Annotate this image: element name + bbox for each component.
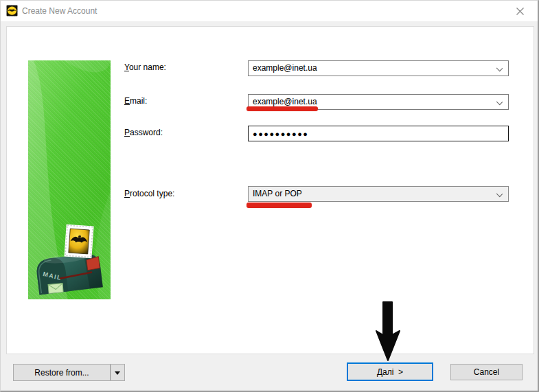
protocol-type-value: IMAP or POP (253, 189, 302, 198)
password-input[interactable]: ●●●●●●●●●● (248, 126, 509, 141)
your-name-combobox[interactable]: example@inet.ua (248, 60, 509, 76)
chevron-down-icon[interactable] (496, 99, 503, 105)
protocol-red-underline-annotation (246, 203, 312, 208)
mailbox-envelope (48, 284, 63, 294)
close-icon (516, 8, 524, 15)
window-title: Create New Account (22, 1, 97, 21)
restore-from-dropdown[interactable] (110, 365, 124, 380)
mailbox-body-group: MAIL (35, 251, 103, 295)
stamp-group (64, 224, 93, 259)
restore-from-label: Restore from... (14, 368, 110, 378)
protocol-type-dropdown[interactable]: IMAP or POP (248, 186, 509, 202)
thebat-app-icon (6, 5, 18, 16)
email-red-underline-annotation (246, 106, 318, 111)
mailbox-illustration: MAIL (28, 217, 111, 299)
chevron-down-icon[interactable] (496, 191, 503, 197)
cancel-button[interactable]: Cancel (450, 364, 523, 380)
close-button[interactable] (506, 1, 534, 21)
title-bar: Create New Account (1, 1, 538, 21)
protocol-type-label: Protocol type: (124, 189, 174, 198)
next-button[interactable]: Далі > (347, 362, 433, 381)
restore-from-button[interactable]: Restore from... (13, 364, 125, 381)
email-value: example@inet.ua (253, 97, 317, 106)
down-arrow-annotation (374, 301, 402, 362)
password-label: Password: (124, 128, 163, 137)
your-name-value: example@inet.ua (253, 63, 317, 73)
email-label: Email: (124, 96, 147, 106)
wizard-side-graphic: MAIL (28, 60, 111, 299)
chevron-down-icon[interactable] (496, 65, 503, 71)
dropdown-arrow-icon (115, 371, 120, 378)
create-new-account-dialog: Create New Account (0, 0, 539, 392)
your-name-label: Your name: (124, 62, 166, 72)
password-value: ●●●●●●●●●● (253, 130, 308, 138)
